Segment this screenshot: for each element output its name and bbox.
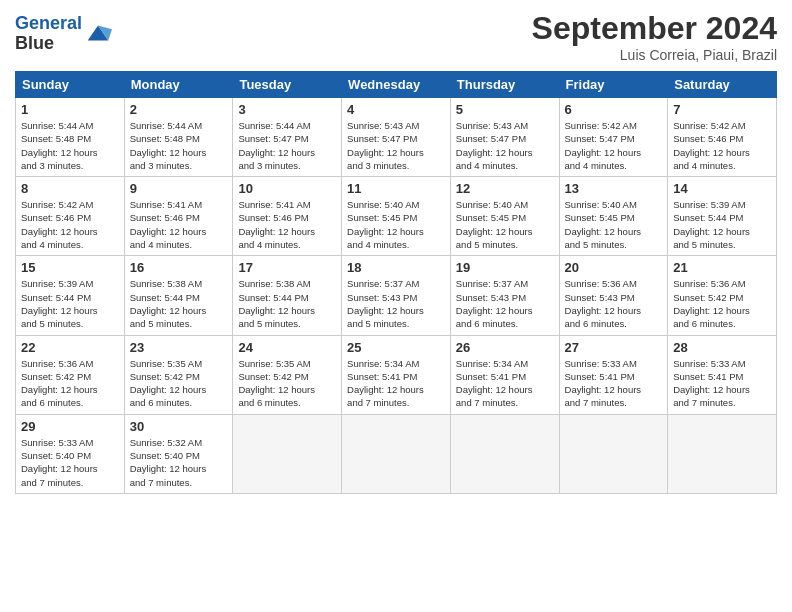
- day-number: 30: [130, 419, 228, 434]
- header-thursday: Thursday: [450, 72, 559, 98]
- day-info: Sunrise: 5:36 AM Sunset: 5:42 PM Dayligh…: [21, 357, 119, 410]
- day-info: Sunrise: 5:43 AM Sunset: 5:47 PM Dayligh…: [456, 119, 554, 172]
- calendar-cell: 5Sunrise: 5:43 AM Sunset: 5:47 PM Daylig…: [450, 98, 559, 177]
- day-info: Sunrise: 5:35 AM Sunset: 5:42 PM Dayligh…: [238, 357, 336, 410]
- day-info: Sunrise: 5:42 AM Sunset: 5:46 PM Dayligh…: [21, 198, 119, 251]
- calendar-cell: [450, 414, 559, 493]
- calendar-cell: 9Sunrise: 5:41 AM Sunset: 5:46 PM Daylig…: [124, 177, 233, 256]
- calendar-cell: 4Sunrise: 5:43 AM Sunset: 5:47 PM Daylig…: [342, 98, 451, 177]
- calendar-cell: 8Sunrise: 5:42 AM Sunset: 5:46 PM Daylig…: [16, 177, 125, 256]
- day-number: 7: [673, 102, 771, 117]
- day-info: Sunrise: 5:39 AM Sunset: 5:44 PM Dayligh…: [21, 277, 119, 330]
- calendar-cell: 29Sunrise: 5:33 AM Sunset: 5:40 PM Dayli…: [16, 414, 125, 493]
- calendar-cell: 14Sunrise: 5:39 AM Sunset: 5:44 PM Dayli…: [668, 177, 777, 256]
- calendar-cell: [233, 414, 342, 493]
- calendar-cell: 16Sunrise: 5:38 AM Sunset: 5:44 PM Dayli…: [124, 256, 233, 335]
- day-info: Sunrise: 5:36 AM Sunset: 5:43 PM Dayligh…: [565, 277, 663, 330]
- day-number: 19: [456, 260, 554, 275]
- table-row: 22Sunrise: 5:36 AM Sunset: 5:42 PM Dayli…: [16, 335, 777, 414]
- day-info: Sunrise: 5:34 AM Sunset: 5:41 PM Dayligh…: [347, 357, 445, 410]
- calendar-cell: 28Sunrise: 5:33 AM Sunset: 5:41 PM Dayli…: [668, 335, 777, 414]
- day-info: Sunrise: 5:44 AM Sunset: 5:48 PM Dayligh…: [21, 119, 119, 172]
- day-info: Sunrise: 5:35 AM Sunset: 5:42 PM Dayligh…: [130, 357, 228, 410]
- day-number: 25: [347, 340, 445, 355]
- calendar-cell: 27Sunrise: 5:33 AM Sunset: 5:41 PM Dayli…: [559, 335, 668, 414]
- logo: GeneralBlue: [15, 14, 112, 54]
- calendar-table: Sunday Monday Tuesday Wednesday Thursday…: [15, 71, 777, 494]
- month-title: September 2024: [532, 10, 777, 47]
- header-friday: Friday: [559, 72, 668, 98]
- day-info: Sunrise: 5:44 AM Sunset: 5:47 PM Dayligh…: [238, 119, 336, 172]
- calendar-cell: 23Sunrise: 5:35 AM Sunset: 5:42 PM Dayli…: [124, 335, 233, 414]
- header-monday: Monday: [124, 72, 233, 98]
- day-info: Sunrise: 5:41 AM Sunset: 5:46 PM Dayligh…: [238, 198, 336, 251]
- day-number: 5: [456, 102, 554, 117]
- day-info: Sunrise: 5:37 AM Sunset: 5:43 PM Dayligh…: [347, 277, 445, 330]
- day-number: 26: [456, 340, 554, 355]
- calendar-cell: 3Sunrise: 5:44 AM Sunset: 5:47 PM Daylig…: [233, 98, 342, 177]
- day-info: Sunrise: 5:38 AM Sunset: 5:44 PM Dayligh…: [130, 277, 228, 330]
- day-number: 18: [347, 260, 445, 275]
- table-row: 29Sunrise: 5:33 AM Sunset: 5:40 PM Dayli…: [16, 414, 777, 493]
- main-container: GeneralBlue September 2024 Luis Correia,…: [0, 0, 792, 504]
- calendar-cell: 20Sunrise: 5:36 AM Sunset: 5:43 PM Dayli…: [559, 256, 668, 335]
- day-number: 15: [21, 260, 119, 275]
- calendar-cell: 13Sunrise: 5:40 AM Sunset: 5:45 PM Dayli…: [559, 177, 668, 256]
- day-number: 24: [238, 340, 336, 355]
- table-row: 15Sunrise: 5:39 AM Sunset: 5:44 PM Dayli…: [16, 256, 777, 335]
- calendar-cell: 22Sunrise: 5:36 AM Sunset: 5:42 PM Dayli…: [16, 335, 125, 414]
- calendar-cell: 15Sunrise: 5:39 AM Sunset: 5:44 PM Dayli…: [16, 256, 125, 335]
- calendar-cell: 19Sunrise: 5:37 AM Sunset: 5:43 PM Dayli…: [450, 256, 559, 335]
- day-info: Sunrise: 5:36 AM Sunset: 5:42 PM Dayligh…: [673, 277, 771, 330]
- calendar-cell: 21Sunrise: 5:36 AM Sunset: 5:42 PM Dayli…: [668, 256, 777, 335]
- table-row: 8Sunrise: 5:42 AM Sunset: 5:46 PM Daylig…: [16, 177, 777, 256]
- day-info: Sunrise: 5:43 AM Sunset: 5:47 PM Dayligh…: [347, 119, 445, 172]
- calendar-cell: 12Sunrise: 5:40 AM Sunset: 5:45 PM Dayli…: [450, 177, 559, 256]
- day-info: Sunrise: 5:40 AM Sunset: 5:45 PM Dayligh…: [456, 198, 554, 251]
- header-saturday: Saturday: [668, 72, 777, 98]
- day-info: Sunrise: 5:32 AM Sunset: 5:40 PM Dayligh…: [130, 436, 228, 489]
- calendar-cell: 24Sunrise: 5:35 AM Sunset: 5:42 PM Dayli…: [233, 335, 342, 414]
- calendar-cell: [342, 414, 451, 493]
- calendar-cell: 1Sunrise: 5:44 AM Sunset: 5:48 PM Daylig…: [16, 98, 125, 177]
- header-sunday: Sunday: [16, 72, 125, 98]
- day-number: 23: [130, 340, 228, 355]
- day-number: 11: [347, 181, 445, 196]
- day-info: Sunrise: 5:44 AM Sunset: 5:48 PM Dayligh…: [130, 119, 228, 172]
- day-info: Sunrise: 5:33 AM Sunset: 5:40 PM Dayligh…: [21, 436, 119, 489]
- title-area: September 2024 Luis Correia, Piaui, Braz…: [532, 10, 777, 63]
- calendar-cell: 26Sunrise: 5:34 AM Sunset: 5:41 PM Dayli…: [450, 335, 559, 414]
- calendar-cell: 17Sunrise: 5:38 AM Sunset: 5:44 PM Dayli…: [233, 256, 342, 335]
- calendar-cell: 7Sunrise: 5:42 AM Sunset: 5:46 PM Daylig…: [668, 98, 777, 177]
- day-number: 16: [130, 260, 228, 275]
- day-number: 6: [565, 102, 663, 117]
- logo-icon: [84, 20, 112, 48]
- day-number: 17: [238, 260, 336, 275]
- logo-text: GeneralBlue: [15, 14, 82, 54]
- calendar-cell: 18Sunrise: 5:37 AM Sunset: 5:43 PM Dayli…: [342, 256, 451, 335]
- day-number: 29: [21, 419, 119, 434]
- day-info: Sunrise: 5:40 AM Sunset: 5:45 PM Dayligh…: [347, 198, 445, 251]
- header-wednesday: Wednesday: [342, 72, 451, 98]
- day-info: Sunrise: 5:38 AM Sunset: 5:44 PM Dayligh…: [238, 277, 336, 330]
- day-number: 4: [347, 102, 445, 117]
- day-number: 14: [673, 181, 771, 196]
- day-number: 10: [238, 181, 336, 196]
- day-number: 9: [130, 181, 228, 196]
- day-number: 12: [456, 181, 554, 196]
- calendar-cell: 6Sunrise: 5:42 AM Sunset: 5:47 PM Daylig…: [559, 98, 668, 177]
- table-row: 1Sunrise: 5:44 AM Sunset: 5:48 PM Daylig…: [16, 98, 777, 177]
- calendar-cell: [559, 414, 668, 493]
- day-info: Sunrise: 5:33 AM Sunset: 5:41 PM Dayligh…: [565, 357, 663, 410]
- day-info: Sunrise: 5:40 AM Sunset: 5:45 PM Dayligh…: [565, 198, 663, 251]
- day-info: Sunrise: 5:37 AM Sunset: 5:43 PM Dayligh…: [456, 277, 554, 330]
- calendar-cell: [668, 414, 777, 493]
- calendar-cell: 2Sunrise: 5:44 AM Sunset: 5:48 PM Daylig…: [124, 98, 233, 177]
- header-tuesday: Tuesday: [233, 72, 342, 98]
- day-number: 1: [21, 102, 119, 117]
- day-number: 20: [565, 260, 663, 275]
- day-info: Sunrise: 5:42 AM Sunset: 5:46 PM Dayligh…: [673, 119, 771, 172]
- day-info: Sunrise: 5:41 AM Sunset: 5:46 PM Dayligh…: [130, 198, 228, 251]
- day-number: 22: [21, 340, 119, 355]
- day-number: 27: [565, 340, 663, 355]
